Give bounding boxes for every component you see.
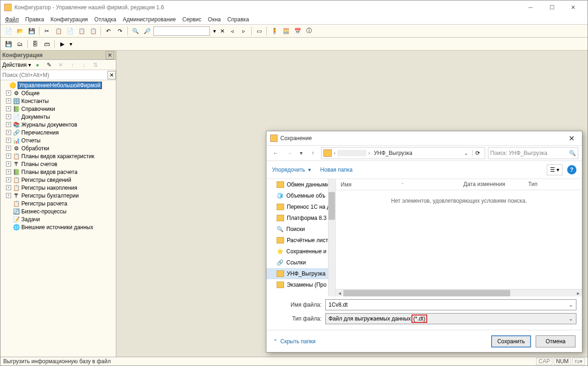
save-button[interactable]: Сохранить [491, 335, 531, 347]
db3-icon[interactable]: 🗃 [42, 39, 52, 49]
help-icon[interactable]: ? [567, 165, 576, 174]
dropdown-icon[interactable]: ▾ [211, 26, 218, 36]
db2-icon[interactable]: 🗄 [30, 39, 40, 49]
forward-button[interactable]: → [284, 148, 295, 159]
run-icon[interactable]: ▶ [57, 39, 67, 49]
address-bar[interactable]: › › УНФ_Выгрузка ⌄ ⟳ [321, 147, 485, 159]
paste-icon[interactable]: 📄 [65, 26, 75, 36]
tree-my-computer[interactable]: ›Мой компьютер [266, 294, 335, 296]
scroll-right-button[interactable]: ▸ [575, 290, 582, 296]
menu-config[interactable]: Конфигурация [51, 16, 88, 23]
tree-folder[interactable]: ⭐Сохраненные и [266, 246, 335, 257]
tree-folder[interactable]: 🧊Объемные объ [266, 190, 335, 201]
actions-dropdown[interactable]: Действия ▾ [2, 62, 31, 68]
menu-file[interactable]: Файл [5, 16, 19, 23]
history-dropdown[interactable]: ▾ [298, 148, 304, 159]
search-input[interactable] [153, 26, 210, 36]
tree-folder[interactable]: Обмен данными [266, 179, 335, 190]
tree-item[interactable]: +📋Планы видов характеристик [1, 152, 115, 160]
tree-folder-selected[interactable]: УНФ_Выгрузка [266, 268, 335, 279]
dropdown-icon[interactable]: ⌄ [569, 302, 573, 308]
menu-debug[interactable]: Отладка [95, 16, 116, 23]
scrollbar-thumb[interactable] [343, 290, 510, 296]
scrollbar-thumb[interactable] [329, 192, 335, 220]
status-lang[interactable]: ru ▾ [572, 358, 585, 365]
new-folder-button[interactable]: Новая папка [320, 167, 353, 173]
config-search-input[interactable] [0, 71, 107, 80]
save-icon[interactable]: 💾 [26, 26, 37, 36]
breadcrumb-current[interactable]: УНФ_Выгрузка [372, 150, 414, 156]
prev-icon[interactable]: ◃ [227, 26, 237, 36]
scroll-left-button[interactable]: ◂ [336, 290, 343, 296]
tree-item[interactable]: +🔢Константы [1, 97, 115, 105]
close-button[interactable]: ✕ [563, 0, 584, 14]
edit-icon[interactable]: ✎ [44, 60, 54, 70]
zoom-icon[interactable]: 🔎 [142, 26, 152, 36]
sort-icon[interactable]: ⇅ [90, 60, 101, 70]
tree-folder[interactable]: Расчётные лист [266, 235, 335, 246]
tree-item[interactable]: +📋Регистры накопления [1, 184, 115, 192]
clear-icon[interactable]: ✕ [219, 26, 226, 36]
tree-folder[interactable]: Перенос 1С на д [266, 201, 335, 212]
dropdown-icon[interactable]: ⌄ [569, 315, 573, 322]
open-icon[interactable]: 📂 [15, 26, 25, 36]
tree-item[interactable]: +📗Справочники [1, 105, 115, 113]
paste3-icon[interactable]: 📋 [88, 26, 98, 36]
breadcrumb-parent[interactable] [337, 150, 367, 156]
up-icon[interactable]: ↑ [67, 60, 77, 70]
horizontal-scrollbar[interactable]: ◂ ▸ [336, 289, 582, 296]
redo-icon[interactable]: ↷ [115, 26, 125, 36]
tree-item[interactable]: 📝Задачи [1, 215, 115, 223]
cancel-button[interactable]: Отмена [536, 335, 575, 347]
tree-root[interactable]: 🟡 УправлениеНебольшойФирмой [1, 81, 115, 89]
maximize-button[interactable]: ☐ [541, 0, 563, 14]
tree-item[interactable]: +⚙Обработки [1, 144, 115, 152]
tree-item[interactable]: +🔗Перечисления [1, 128, 115, 136]
tree-item[interactable]: +📗Планы видов расчета [1, 168, 115, 176]
organize-dropdown[interactable]: Упорядочить ▾ [272, 167, 311, 173]
run-drop-icon[interactable]: ▾ [69, 39, 73, 49]
db-icon[interactable]: 💾 [3, 39, 13, 49]
tree-folder[interactable]: Экзамены (Про [266, 279, 335, 290]
tree-item[interactable]: 🔄Бизнес-процессы [1, 207, 115, 215]
up-button[interactable]: ↑ [307, 148, 318, 159]
col-name[interactable]: Имя⌃ [336, 179, 459, 190]
tree-folder[interactable]: Платформа 8.3 [266, 212, 335, 224]
tree-item[interactable]: 🌐Внешние источники данных [1, 223, 115, 231]
hide-folders-toggle[interactable]: ⌃ Скрыть папки [273, 338, 316, 345]
tree-item[interactable]: +📄Документы [1, 113, 115, 121]
undo-icon[interactable]: ↶ [103, 26, 114, 36]
config-icon[interactable]: 🗂 [15, 39, 25, 49]
back-button[interactable]: ← [270, 148, 281, 159]
next-icon[interactable]: ▹ [239, 26, 249, 36]
tree-item[interactable]: +₸Планы счетов [1, 160, 115, 168]
filename-input[interactable]: 1Cv8.dt ⌄ [325, 299, 576, 310]
calendar-icon[interactable]: 📅 [292, 26, 303, 36]
view-mode-button[interactable]: ☰ ▾ [547, 164, 563, 175]
calc-icon[interactable]: 🧮 [281, 26, 291, 36]
search-clear-button[interactable]: ✕ [107, 71, 116, 79]
col-type[interactable]: Тип [524, 179, 543, 190]
menu-admin[interactable]: Администрирование [123, 16, 176, 23]
refresh-button[interactable]: ⟳ [472, 150, 483, 156]
col-date[interactable]: Дата изменения [459, 179, 524, 190]
tree-item[interactable]: +₸Регистры бухгалтерии [1, 192, 115, 199]
tree-folder[interactable]: 🔍Поиски [266, 224, 335, 235]
dialog-close-button[interactable]: ✕ [564, 134, 578, 143]
menu-edit[interactable]: Правка [25, 16, 44, 23]
down-icon[interactable]: ↓ [79, 60, 89, 70]
syntax-icon[interactable]: 🧍 [269, 26, 279, 36]
dialog-search-input[interactable]: Поиск: УНФ_Выгрузка 🔍 [488, 147, 578, 159]
tree-item[interactable]: +⚙Общие [1, 89, 115, 97]
copy-icon[interactable]: 📋 [53, 26, 63, 36]
tree-scrollbar[interactable] [328, 179, 335, 296]
tree-item[interactable]: +📋Регистры сведений [1, 176, 115, 184]
filetype-combo[interactable]: Файл для выгружаемых данных (*.dt) ⌄ [325, 313, 576, 324]
tree-item[interactable]: +📚Журналы документов [1, 121, 115, 128]
add-icon[interactable]: ● [32, 60, 43, 70]
paste2-icon[interactable]: 📋 [76, 26, 87, 36]
panel-close-button[interactable]: ✕ [106, 51, 114, 59]
address-dropdown[interactable]: ⌄ [462, 150, 470, 156]
new-icon[interactable]: 📄 [3, 26, 13, 36]
window-icon[interactable]: ▭ [254, 26, 264, 36]
